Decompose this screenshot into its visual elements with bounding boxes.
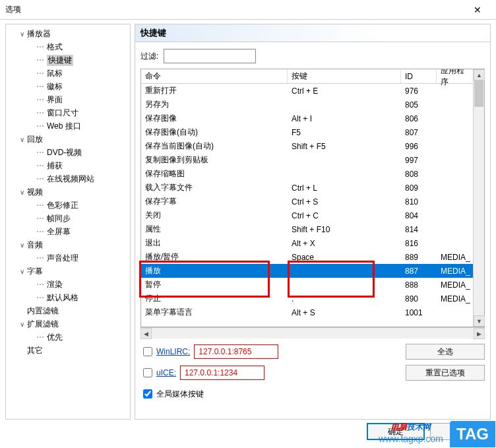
tree-item[interactable]: ⋯快捷键 [6,53,130,67]
tree-item[interactable]: ⋯渲染 [6,278,130,291]
winlirc-input[interactable] [194,344,278,359]
table-row[interactable]: 暂停888MEDIA_ [141,278,473,292]
filter-input[interactable] [164,49,256,63]
tree-connector-icon: ⋯ [36,69,44,78]
table-row[interactable]: 另存为805 [141,98,473,112]
scroll-thumb[interactable] [474,80,483,107]
table-row[interactable]: 保存缩略图808 [141,167,473,181]
table-row[interactable]: 保存字幕Ctrl + S810 [141,195,473,208]
close-icon[interactable]: ✕ [464,5,491,15]
uice-checkbox[interactable] [143,368,152,377]
cell-id: 805 [401,100,437,110]
cell-id: 888 [401,280,437,290]
cell-id: 809 [401,183,437,193]
col-key[interactable]: 按键 [288,69,401,83]
col-command[interactable]: 命令 [141,69,288,83]
col-id[interactable]: ID [401,69,437,83]
tree-item[interactable]: ⋯窗口尺寸 [6,106,130,119]
scroll-right-icon[interactable]: ▶ [474,328,485,339]
tree-item[interactable]: ⋯在线视频网站 [6,172,130,185]
scroll-up-icon[interactable]: ▲ [474,69,485,80]
tree-item-label: 视频 [27,187,43,198]
cell-id: 890 [401,294,437,304]
global-media-checkbox[interactable] [143,389,152,399]
chevron-down-icon[interactable]: ∨ [18,241,26,249]
tree-connector-icon: ⋯ [36,201,44,210]
cell-cmd: 复制图像到剪贴板 [141,154,288,166]
table-row[interactable]: 保存图像Alt + I806 [141,112,473,125]
tree-item[interactable]: ⋯帧同步 [6,212,130,225]
tree-item[interactable]: 其它 [6,344,130,357]
table-row[interactable]: 关闭Ctrl + C804 [141,208,473,222]
tree-item-label: 字幕 [27,266,43,277]
table-row[interactable]: 载入字幕文件Ctrl + L809 [141,181,473,195]
table-row[interactable]: 重新打开Ctrl + E976 [141,84,473,98]
table-row[interactable]: 保存当前图像(自动)Shift + F5996 [141,139,473,153]
tree-connector-icon: ⋯ [36,95,44,104]
table-row[interactable]: 播放/暂停Space889MEDIA_ [141,250,473,264]
table-row[interactable]: 复制图像到剪贴板997 [141,153,473,167]
cell-id: 814 [401,225,437,234]
tree-item[interactable]: ⋯徽标 [6,80,130,93]
tree-item[interactable]: ∨回放 [6,133,130,146]
tree-item[interactable]: ⋯格式 [6,40,130,53]
tree-item-label: 快捷键 [47,55,73,66]
scroll-left-icon[interactable]: ◀ [140,328,152,339]
table-row[interactable]: 属性Shift + F10814 [141,222,473,236]
horizontal-scrollbar[interactable]: ◀ ▶ [140,327,485,338]
cell-cmd: 保存图像 [141,113,288,124]
tree-item[interactable]: ∨扩展滤镜 [6,317,130,331]
sidebar-tree[interactable]: ∨播放器⋯格式⋯快捷键⋯鼠标⋯徽标⋯界面⋯窗口尺寸⋯Web 接口∨回放⋯DVD-… [5,24,131,420]
cell-key: F5 [288,128,401,137]
tree-item[interactable]: ⋯DVD-视频 [6,146,130,159]
uice-link[interactable]: uICE: [156,368,176,377]
winlirc-row: WinLIRC: [143,344,398,360]
tree-item[interactable]: ∨字幕 [6,265,130,278]
vertical-scrollbar[interactable]: ▲ ▼ [473,69,484,327]
cell-app: MEDIA_ [437,253,473,262]
ok-button[interactable]: 确定 [367,423,425,440]
tree-item[interactable]: ⋯优先 [6,331,130,344]
chevron-down-icon[interactable]: ∨ [18,136,26,143]
cell-id: 889 [401,253,437,262]
reset-selected-button[interactable]: 重置已选项 [406,365,485,381]
tree-item[interactable]: 内置滤镜 [6,304,130,317]
uice-input[interactable] [180,366,264,380]
cell-id: 807 [401,128,437,137]
chevron-down-icon[interactable]: ∨ [18,30,26,38]
tree-item[interactable]: ⋯界面 [6,93,130,106]
table-row[interactable]: 退出Alt + X816 [141,236,473,250]
scroll-down-icon[interactable]: ▼ [474,315,485,327]
table-body[interactable]: 重新打开Ctrl + E976另存为805保存图像Alt + I806保存图像(… [141,84,473,327]
cell-app: MEDIA_ [437,267,473,276]
tree-item[interactable]: ⋯捕获 [6,159,130,172]
filter-label: 过滤: [140,51,158,62]
tree-item[interactable]: ⋯鼠标 [6,67,130,80]
tree-connector-icon: ⋯ [36,214,44,223]
tree-item[interactable]: ⋯声音处理 [6,251,130,265]
cell-cmd: 暂停 [141,279,288,290]
table-row[interactable]: 保存图像(自动)F5807 [141,125,473,139]
tree-item[interactable]: ∨播放器 [6,27,130,40]
cell-key: Alt + S [288,308,401,317]
chevron-down-icon[interactable]: ∨ [18,321,26,328]
content-panel: 快捷键 过滤: 命令 按键 ID 应用程序 重新打开Ctrl + E976另存为… [135,24,491,420]
table-row[interactable]: 停止.890MEDIA_ [141,292,473,305]
tree-item[interactable]: ⋯色彩修正 [6,199,130,212]
tree-item-label: DVD-视频 [47,147,82,158]
cell-cmd: 保存缩略图 [141,168,288,179]
chevron-down-icon[interactable]: ∨ [18,189,26,196]
select-all-button[interactable]: 全选 [406,344,485,360]
tree-item[interactable]: ⋯全屏幕 [6,225,130,238]
tree-item[interactable]: ∨视频 [6,185,130,199]
tree-item[interactable]: ∨音频 [6,238,130,251]
winlirc-link[interactable]: WinLIRC: [156,347,190,356]
tree-item[interactable]: ⋯Web 接口 [6,119,130,133]
winlirc-checkbox[interactable] [143,347,152,356]
tree-item[interactable]: ⋯默认风格 [6,291,130,304]
shortcut-table: 命令 按键 ID 应用程序 重新打开Ctrl + E976另存为805保存图像A… [140,69,485,327]
table-row[interactable]: 菜单字幕语言Alt + S1001 [141,305,473,319]
chevron-down-icon[interactable]: ∨ [18,268,26,275]
table-row[interactable]: 播放887MEDIA_ [141,264,473,278]
col-app[interactable]: 应用程序 [437,69,473,83]
